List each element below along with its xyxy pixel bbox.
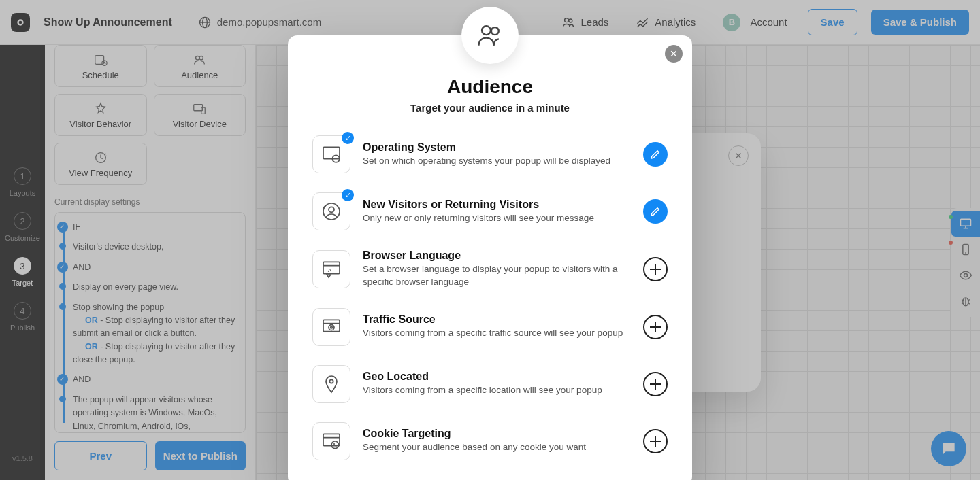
- option-desc: Set on which operating systems your popu…: [363, 155, 631, 168]
- edit-os-button[interactable]: [643, 142, 668, 167]
- option-desc: Only new or only returning visitors will…: [363, 212, 631, 225]
- add-language-button[interactable]: [643, 257, 668, 281]
- option-title: Operating System: [363, 141, 631, 154]
- option-visitor-type: ✓ New Visitors or Returning Visitors Onl…: [312, 183, 668, 240]
- svg-point-50: [331, 441, 339, 449]
- pencil-icon: [649, 148, 662, 160]
- os-icon: ✓: [312, 135, 350, 173]
- option-browser-language: A Browser Language Set a browser languag…: [312, 240, 668, 298]
- option-title: New Visitors or Returning Visitors: [363, 199, 631, 211]
- modal-subtitle: Target your audience in a minute: [312, 102, 668, 114]
- option-traffic-source: Traffic Source Visitors coming from a sp…: [312, 298, 668, 356]
- option-title: Cookie Targeting: [363, 428, 631, 440]
- geo-icon: [312, 365, 350, 403]
- svg-point-46: [331, 326, 333, 328]
- option-title: Browser Language: [363, 250, 631, 262]
- svg-point-31: [491, 27, 499, 35]
- add-traffic-button[interactable]: [643, 315, 668, 339]
- option-cookie: Cookie Targeting Segment your audience b…: [312, 413, 668, 470]
- option-title: Traffic Source: [363, 313, 631, 326]
- add-cookie-button[interactable]: [643, 429, 668, 453]
- modal-header-icon: [461, 7, 519, 64]
- visitor-icon: ✓: [312, 192, 350, 230]
- option-desc: Segment your audience based on any cooki…: [363, 441, 631, 454]
- pencil-icon: [649, 205, 662, 218]
- add-geo-button[interactable]: [643, 372, 668, 396]
- audience-large-icon: [475, 20, 505, 50]
- cookie-icon: [312, 422, 350, 460]
- svg-point-39: [329, 207, 334, 212]
- option-operating-system: ✓ Operating System Set on which operatin…: [312, 126, 668, 183]
- option-geo: Geo Located Visitors coming from a speci…: [312, 356, 668, 413]
- audience-modal: ✕ Audience Target your audience in a min…: [288, 35, 692, 480]
- svg-rect-32: [323, 147, 340, 158]
- check-badge-icon: ✓: [342, 132, 354, 144]
- modal-close-button[interactable]: ✕: [665, 45, 683, 63]
- svg-point-47: [329, 379, 333, 383]
- svg-point-45: [329, 324, 334, 330]
- svg-point-51: [333, 443, 335, 445]
- option-title: Geo Located: [363, 371, 631, 383]
- traffic-icon: [312, 308, 350, 346]
- language-icon: A: [312, 250, 350, 288]
- modal-title: Audience: [312, 76, 668, 98]
- svg-text:A: A: [328, 267, 332, 273]
- option-desc: Visitors coming from a specific location…: [363, 384, 631, 397]
- edit-visitor-button[interactable]: [643, 199, 668, 224]
- svg-point-52: [336, 445, 337, 446]
- option-desc: Visitors coming from a specific traffic …: [363, 327, 631, 340]
- check-badge-icon: ✓: [342, 189, 354, 201]
- option-desc: Set a browser language to display your p…: [363, 263, 631, 289]
- svg-point-30: [482, 26, 491, 35]
